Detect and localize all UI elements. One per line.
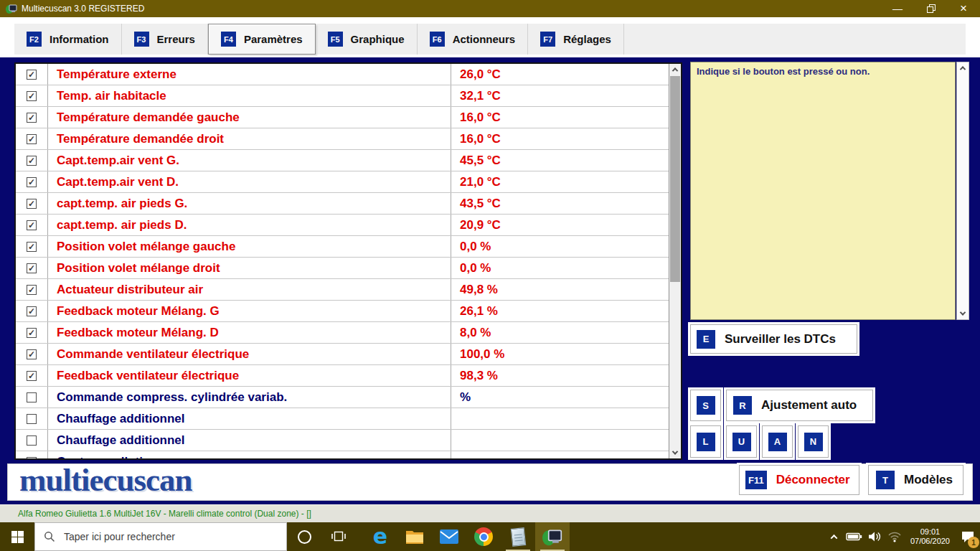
key-button-l[interactable]: L	[690, 425, 721, 458]
tab-actionneurs[interactable]: F6 Actionneurs	[418, 24, 529, 55]
taskbar-app-mail[interactable]	[432, 522, 466, 551]
row-checkbox[interactable]	[27, 414, 37, 424]
tab-réglages[interactable]: F7 Réglages	[528, 24, 624, 55]
taskbar-app-chrome[interactable]	[466, 522, 501, 551]
row-checkbox[interactable]: ✓	[27, 134, 37, 144]
parameter-name: Feedback ventilateur électrique	[48, 365, 451, 386]
info-scroll-up-icon[interactable]	[957, 62, 969, 74]
row-checkbox[interactable]: ✓	[27, 306, 37, 316]
minimize-button[interactable]: —	[881, 0, 914, 17]
parameter-name: Température externe	[48, 64, 451, 85]
s-key-button[interactable]: S	[690, 390, 721, 421]
taskbar-app-edge[interactable]: e	[363, 522, 397, 551]
parameter-value: %	[451, 387, 669, 408]
parameter-name: Position volet mélange droit	[48, 258, 451, 278]
row-checkbox[interactable]	[27, 392, 37, 402]
key-badge-l: L	[697, 433, 715, 451]
cortana-button[interactable]	[287, 522, 321, 551]
action-center-button[interactable]: 1	[956, 522, 980, 551]
tab-erreurs[interactable]: F3 Erreurs	[122, 24, 208, 55]
taskbar-app-multiecuscan[interactable]	[535, 522, 570, 551]
restore-button[interactable]	[914, 0, 947, 17]
row-checkbox[interactable]: ✓	[27, 349, 37, 359]
task-view-button[interactable]	[321, 522, 356, 551]
battery-status[interactable]	[844, 522, 864, 551]
key-button-n[interactable]: N	[798, 425, 829, 458]
info-panel-scrollbar[interactable]	[956, 62, 969, 320]
parameter-value: 98,3 %	[451, 365, 669, 386]
row-checkbox[interactable]: ✓	[27, 328, 37, 338]
parameter-value	[451, 430, 669, 451]
parameter-value: 49,8 %	[451, 279, 669, 300]
clock[interactable]: 09:01 07/06/2020	[905, 527, 956, 546]
row-checkbox[interactable]: ✓	[27, 70, 37, 80]
parameter-name: Chauffage additionnel	[48, 430, 451, 451]
table-row: ✓ Capt.temp.air vent G. 45,5 °C	[16, 150, 669, 171]
search-icon	[44, 531, 55, 542]
fkey-badge: F3	[134, 32, 149, 47]
taskbar-search[interactable]	[34, 522, 287, 551]
row-checkbox[interactable]: ✓	[27, 91, 37, 101]
row-checkbox[interactable]: ✓	[27, 220, 37, 230]
key-badge-u: U	[732, 433, 751, 451]
fkey-badge: F4	[221, 32, 236, 47]
monitor-dtcs-button[interactable]: E Surveiller les DTCs	[690, 324, 857, 354]
window-title: Multiecuscan 3.0 REGISTERED	[22, 4, 144, 14]
row-checkbox[interactable]: ✓	[27, 199, 37, 209]
tab-graphique[interactable]: F5 Graphique	[316, 24, 418, 55]
parameter-value: 26,1 %	[451, 301, 669, 321]
close-button[interactable]: ×	[947, 0, 980, 17]
row-checkbox[interactable]	[27, 435, 37, 446]
multiecuscan-app-icon	[6, 3, 17, 14]
notification-badge: 1	[968, 537, 979, 548]
tab-paramètres[interactable]: F4 Paramètres	[208, 24, 316, 55]
parameter-value: 43,5 °C	[451, 193, 669, 214]
key-button-u[interactable]: U	[726, 425, 757, 458]
tray-expand-button[interactable]	[824, 522, 844, 551]
search-input[interactable]	[62, 530, 263, 543]
models-button[interactable]: T Modèles	[868, 465, 963, 495]
taskbar-app-notepad[interactable]	[501, 522, 535, 551]
key-badge-s: S	[697, 396, 715, 415]
parameters-table: ✓ Température externe 26,0 °C ✓ Temp. ai…	[14, 62, 682, 460]
table-row: ✓ Temp. air habitacle 32,1 °C	[16, 85, 669, 107]
row-checkbox[interactable]: ✓	[27, 263, 37, 273]
row-checkbox[interactable]: ✓	[27, 113, 37, 123]
chevron-up-icon	[831, 534, 838, 541]
scroll-down-icon[interactable]	[669, 447, 681, 458]
table-row: ✓ Feedback ventilateur électrique 98,3 %	[16, 365, 669, 387]
row-checkbox[interactable]: ✓	[27, 371, 37, 381]
key-badge-n: N	[804, 433, 823, 451]
scrollbar-thumb[interactable]	[670, 76, 680, 282]
table-scrollbar[interactable]	[669, 64, 681, 458]
row-checkbox[interactable]: ✓	[27, 156, 37, 166]
disconnect-button[interactable]: F11 Déconnecter	[739, 465, 859, 495]
row-checkbox[interactable]: ✓	[27, 242, 37, 252]
parameter-value: 21,0 °C	[451, 171, 669, 192]
taskbar: e	[0, 522, 980, 551]
info-panel: Indique si le bouton est pressé ou non.	[690, 62, 956, 320]
scroll-up-icon[interactable]	[669, 64, 681, 75]
tab-information[interactable]: F2 Information	[14, 24, 122, 55]
table-row: Chauffage additionnel	[16, 408, 669, 430]
multiecuscan-taskbar-icon	[542, 527, 562, 547]
key-button-a[interactable]: A	[762, 425, 793, 458]
row-checkbox[interactable]: ✓	[27, 285, 37, 295]
parameter-value: 100,0 %	[451, 344, 669, 364]
start-button[interactable]	[0, 522, 34, 551]
parameter-value: 20,9 °C	[451, 215, 669, 235]
table-row: ✓ Commande ventilateur électrique 100,0 …	[16, 344, 669, 365]
parameter-value: 32,1 °C	[451, 85, 669, 106]
network-status[interactable]	[885, 522, 905, 551]
auto-adjust-button[interactable]: R Ajustement auto	[726, 390, 873, 421]
row-checkbox[interactable]: ✓	[27, 177, 37, 187]
parameter-name: Capt.temp.air vent G.	[48, 150, 451, 171]
table-row: ✓ Position volet mélange gauche 0,0 %	[16, 236, 669, 258]
volume-status[interactable]	[864, 522, 885, 551]
row-checkbox[interactable]	[27, 457, 37, 459]
table-row: ✓ Température demandée droit 16,0 °C	[16, 128, 669, 150]
info-scroll-down-icon[interactable]	[957, 308, 969, 319]
taskbar-app-explorer[interactable]	[397, 522, 432, 551]
parameter-name: Chauffage additionnel	[48, 408, 451, 429]
parameter-name: Température demandée droit	[48, 128, 451, 149]
